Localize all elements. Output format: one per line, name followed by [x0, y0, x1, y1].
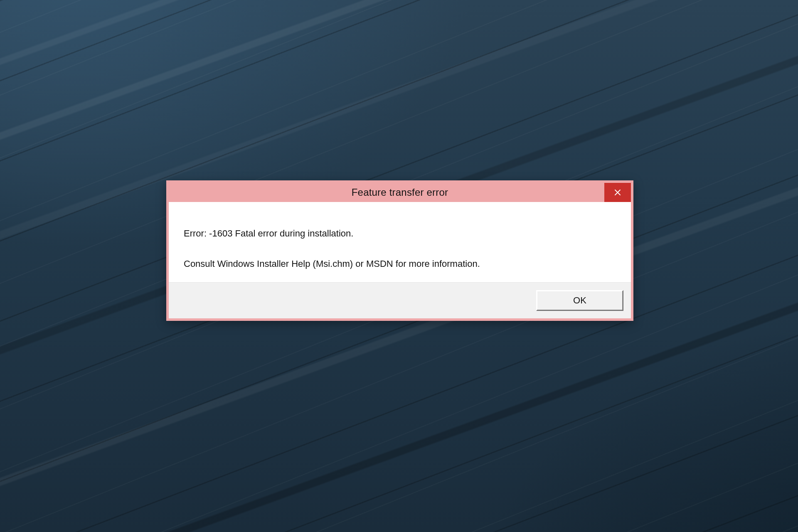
close-icon: [614, 189, 621, 196]
ok-button[interactable]: OK: [536, 290, 623, 311]
error-line-2: Consult Windows Installer Help (Msi.chm)…: [184, 258, 616, 270]
dialog-button-row: OK: [169, 282, 631, 318]
dialog-titlebar[interactable]: Feature transfer error: [169, 183, 631, 202]
error-dialog: Feature transfer error Error: -1603 Fata…: [166, 180, 633, 321]
dialog-content: Error: -1603 Fatal error during installa…: [169, 202, 631, 282]
close-button[interactable]: [604, 183, 631, 202]
dialog-title: Feature transfer error: [352, 187, 448, 198]
error-line-1: Error: -1603 Fatal error during installa…: [184, 228, 616, 240]
